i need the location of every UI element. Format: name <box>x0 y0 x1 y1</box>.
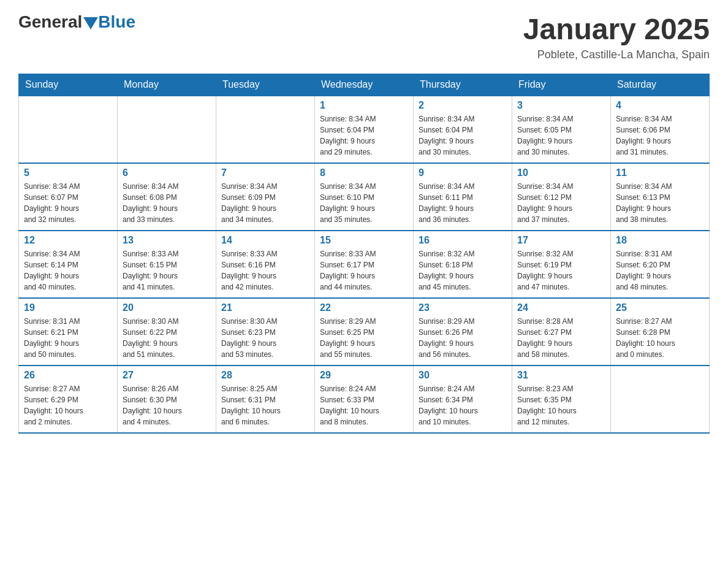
calendar-cell: 25Sunrise: 8:27 AM Sunset: 6:28 PM Dayli… <box>611 298 710 366</box>
location-subtitle: Poblete, Castille-La Mancha, Spain <box>523 48 710 61</box>
day-info: Sunrise: 8:34 AM Sunset: 6:12 PM Dayligh… <box>517 181 605 225</box>
logo: General Blue <box>18 12 135 32</box>
calendar-cell: 30Sunrise: 8:24 AM Sunset: 6:34 PM Dayli… <box>414 366 512 433</box>
logo-triangle-icon <box>83 17 98 29</box>
day-info: Sunrise: 8:34 AM Sunset: 6:04 PM Dayligh… <box>320 113 408 158</box>
calendar-cell: 18Sunrise: 8:31 AM Sunset: 6:20 PM Dayli… <box>611 231 710 298</box>
day-number: 24 <box>517 302 605 313</box>
day-number: 19 <box>24 302 112 313</box>
calendar-cell: 14Sunrise: 8:33 AM Sunset: 6:16 PM Dayli… <box>216 231 315 298</box>
calendar-cell <box>611 366 710 433</box>
calendar-cell: 21Sunrise: 8:30 AM Sunset: 6:23 PM Dayli… <box>216 298 315 366</box>
day-number: 12 <box>24 235 112 246</box>
day-number: 16 <box>419 235 507 246</box>
calendar-cell: 29Sunrise: 8:24 AM Sunset: 6:33 PM Dayli… <box>315 366 414 433</box>
calendar-cell: 11Sunrise: 8:34 AM Sunset: 6:13 PM Dayli… <box>611 163 710 231</box>
calendar-week-row: 26Sunrise: 8:27 AM Sunset: 6:29 PM Dayli… <box>19 366 710 433</box>
calendar-cell <box>216 96 315 163</box>
day-info: Sunrise: 8:34 AM Sunset: 6:09 PM Dayligh… <box>221 181 309 225</box>
day-info: Sunrise: 8:31 AM Sunset: 6:20 PM Dayligh… <box>616 248 704 293</box>
day-number: 13 <box>123 235 211 246</box>
calendar-cell: 9Sunrise: 8:34 AM Sunset: 6:11 PM Daylig… <box>414 163 512 231</box>
day-info: Sunrise: 8:24 AM Sunset: 6:34 PM Dayligh… <box>419 383 507 427</box>
weekday-header-saturday: Saturday <box>611 74 710 96</box>
calendar-cell: 3Sunrise: 8:34 AM Sunset: 6:05 PM Daylig… <box>512 96 611 163</box>
calendar-table: SundayMondayTuesdayWednesdayThursdayFrid… <box>18 74 710 434</box>
day-number: 30 <box>419 370 507 381</box>
calendar-header-row: SundayMondayTuesdayWednesdayThursdayFrid… <box>19 74 710 96</box>
calendar-cell: 20Sunrise: 8:30 AM Sunset: 6:22 PM Dayli… <box>118 298 216 366</box>
calendar-week-row: 12Sunrise: 8:34 AM Sunset: 6:14 PM Dayli… <box>19 231 710 298</box>
day-info: Sunrise: 8:33 AM Sunset: 6:17 PM Dayligh… <box>320 248 408 293</box>
day-number: 6 <box>123 167 211 178</box>
day-number: 23 <box>419 302 507 313</box>
calendar-cell <box>19 96 118 163</box>
day-number: 21 <box>221 302 309 313</box>
day-info: Sunrise: 8:33 AM Sunset: 6:15 PM Dayligh… <box>123 248 211 293</box>
day-info: Sunrise: 8:23 AM Sunset: 6:35 PM Dayligh… <box>517 383 605 427</box>
day-info: Sunrise: 8:24 AM Sunset: 6:33 PM Dayligh… <box>320 383 408 427</box>
day-info: Sunrise: 8:34 AM Sunset: 6:06 PM Dayligh… <box>616 113 704 158</box>
calendar-cell: 8Sunrise: 8:34 AM Sunset: 6:10 PM Daylig… <box>315 163 414 231</box>
weekday-header-sunday: Sunday <box>19 74 118 96</box>
day-info: Sunrise: 8:34 AM Sunset: 6:08 PM Dayligh… <box>123 181 211 225</box>
calendar-cell: 31Sunrise: 8:23 AM Sunset: 6:35 PM Dayli… <box>512 366 611 433</box>
day-info: Sunrise: 8:33 AM Sunset: 6:16 PM Dayligh… <box>221 248 309 293</box>
day-info: Sunrise: 8:29 AM Sunset: 6:25 PM Dayligh… <box>320 316 408 360</box>
day-info: Sunrise: 8:29 AM Sunset: 6:26 PM Dayligh… <box>419 316 507 360</box>
day-number: 1 <box>320 100 408 111</box>
day-number: 11 <box>616 167 704 178</box>
calendar-cell: 5Sunrise: 8:34 AM Sunset: 6:07 PM Daylig… <box>19 163 118 231</box>
calendar-cell: 23Sunrise: 8:29 AM Sunset: 6:26 PM Dayli… <box>414 298 512 366</box>
day-info: Sunrise: 8:30 AM Sunset: 6:22 PM Dayligh… <box>123 316 211 360</box>
day-info: Sunrise: 8:34 AM Sunset: 6:07 PM Dayligh… <box>24 181 112 225</box>
day-info: Sunrise: 8:34 AM Sunset: 6:11 PM Dayligh… <box>419 181 507 225</box>
day-info: Sunrise: 8:34 AM Sunset: 6:05 PM Dayligh… <box>517 113 605 158</box>
day-number: 15 <box>320 235 408 246</box>
weekday-header-wednesday: Wednesday <box>315 74 414 96</box>
day-number: 28 <box>221 370 309 381</box>
calendar-cell: 12Sunrise: 8:34 AM Sunset: 6:14 PM Dayli… <box>19 231 118 298</box>
day-number: 5 <box>24 167 112 178</box>
day-info: Sunrise: 8:34 AM Sunset: 6:04 PM Dayligh… <box>419 113 507 158</box>
calendar-cell: 22Sunrise: 8:29 AM Sunset: 6:25 PM Dayli… <box>315 298 414 366</box>
day-info: Sunrise: 8:25 AM Sunset: 6:31 PM Dayligh… <box>221 383 309 427</box>
weekday-header-friday: Friday <box>512 74 611 96</box>
day-number: 25 <box>616 302 704 313</box>
calendar-cell: 7Sunrise: 8:34 AM Sunset: 6:09 PM Daylig… <box>216 163 315 231</box>
logo-blue: Blue <box>98 12 135 32</box>
day-number: 18 <box>616 235 704 246</box>
weekday-header-thursday: Thursday <box>414 74 512 96</box>
day-info: Sunrise: 8:34 AM Sunset: 6:13 PM Dayligh… <box>616 181 704 225</box>
calendar-cell: 1Sunrise: 8:34 AM Sunset: 6:04 PM Daylig… <box>315 96 414 163</box>
calendar-week-row: 5Sunrise: 8:34 AM Sunset: 6:07 PM Daylig… <box>19 163 710 231</box>
calendar-cell: 26Sunrise: 8:27 AM Sunset: 6:29 PM Dayli… <box>19 366 118 433</box>
day-number: 27 <box>123 370 211 381</box>
day-info: Sunrise: 8:26 AM Sunset: 6:30 PM Dayligh… <box>123 383 211 427</box>
day-number: 9 <box>419 167 507 178</box>
month-year-title: January 2025 <box>523 12 710 46</box>
title-section: January 2025 Poblete, Castille-La Mancha… <box>523 12 710 61</box>
calendar-cell: 6Sunrise: 8:34 AM Sunset: 6:08 PM Daylig… <box>118 163 216 231</box>
day-info: Sunrise: 8:34 AM Sunset: 6:14 PM Dayligh… <box>24 248 112 293</box>
day-number: 2 <box>419 100 507 111</box>
calendar-cell: 4Sunrise: 8:34 AM Sunset: 6:06 PM Daylig… <box>611 96 710 163</box>
calendar-cell: 27Sunrise: 8:26 AM Sunset: 6:30 PM Dayli… <box>118 366 216 433</box>
calendar-cell <box>118 96 216 163</box>
calendar-week-row: 19Sunrise: 8:31 AM Sunset: 6:21 PM Dayli… <box>19 298 710 366</box>
calendar-cell: 15Sunrise: 8:33 AM Sunset: 6:17 PM Dayli… <box>315 231 414 298</box>
calendar-cell: 16Sunrise: 8:32 AM Sunset: 6:18 PM Dayli… <box>414 231 512 298</box>
day-info: Sunrise: 8:32 AM Sunset: 6:18 PM Dayligh… <box>419 248 507 293</box>
logo-general: General <box>18 12 82 32</box>
page-header: General Blue January 2025 Poblete, Casti… <box>18 12 710 61</box>
day-info: Sunrise: 8:31 AM Sunset: 6:21 PM Dayligh… <box>24 316 112 360</box>
day-info: Sunrise: 8:28 AM Sunset: 6:27 PM Dayligh… <box>517 316 605 360</box>
day-info: Sunrise: 8:27 AM Sunset: 6:29 PM Dayligh… <box>24 383 112 427</box>
calendar-week-row: 1Sunrise: 8:34 AM Sunset: 6:04 PM Daylig… <box>19 96 710 163</box>
calendar-cell: 17Sunrise: 8:32 AM Sunset: 6:19 PM Dayli… <box>512 231 611 298</box>
day-number: 7 <box>221 167 309 178</box>
day-info: Sunrise: 8:27 AM Sunset: 6:28 PM Dayligh… <box>616 316 704 360</box>
day-info: Sunrise: 8:34 AM Sunset: 6:10 PM Dayligh… <box>320 181 408 225</box>
calendar-cell: 28Sunrise: 8:25 AM Sunset: 6:31 PM Dayli… <box>216 366 315 433</box>
day-number: 10 <box>517 167 605 178</box>
